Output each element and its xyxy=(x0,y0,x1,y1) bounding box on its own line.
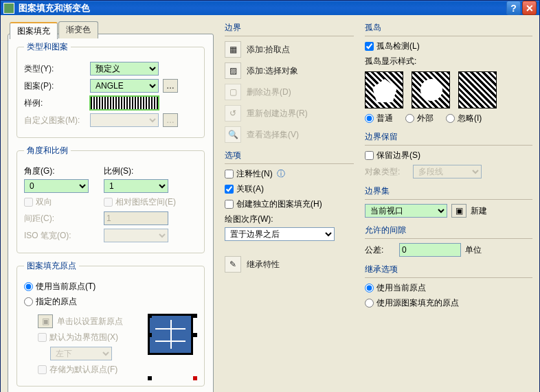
add-selectobjects-button[interactable]: ▨添加:选择对象 xyxy=(225,62,354,79)
origin-pos-select: 左下 xyxy=(50,347,112,360)
bset-new-label: 新建 xyxy=(471,205,487,217)
gap-input xyxy=(104,211,168,225)
tolerance-unit: 单位 xyxy=(465,244,482,256)
inherit-props-button[interactable]: ✎继承特性 xyxy=(225,256,354,273)
swatch-preview[interactable] xyxy=(90,96,159,110)
window-title: 图案填充和渐变色 xyxy=(19,2,505,14)
default-extent-check: 默认为边界范围(X) xyxy=(38,332,118,343)
pick-origin-label: 单击以设置新原点 xyxy=(57,316,123,327)
custom-browse-button: … xyxy=(163,113,178,127)
island-thumb-outer[interactable] xyxy=(412,71,450,108)
type-label: 类型(Y): xyxy=(24,63,86,75)
pickpoints-icon: ▦ xyxy=(225,41,241,58)
gap-label: 间距(C): xyxy=(24,213,100,224)
tab-gradient[interactable]: 渐变色 xyxy=(58,21,98,38)
double-check: 双向 xyxy=(24,196,100,208)
iso-label: ISO 笔宽(O): xyxy=(24,230,100,242)
custom-select xyxy=(90,113,159,127)
origin-specified-radio[interactable]: 指定的原点 xyxy=(24,296,77,308)
islands-heading: 孤岛 xyxy=(365,21,532,36)
inherit-current-radio[interactable]: 使用当前原点 xyxy=(365,282,426,294)
annotative-check[interactable]: 注释性(N) xyxy=(225,168,273,180)
gap-heading: 允许的间隙 xyxy=(365,223,532,239)
view-selection-button: 🔍查看选择集(V) xyxy=(225,126,354,143)
island-thumb-ignore[interactable] xyxy=(458,71,497,108)
legend-origin: 图案填充原点 xyxy=(24,260,79,272)
island-outer-radio[interactable]: 外部 xyxy=(405,113,434,124)
island-style-label: 孤岛显示样式: xyxy=(365,56,532,67)
legend-anglescale: 角度和比例 xyxy=(24,145,71,157)
paperspace-check: 相对图纸空间(E) xyxy=(104,196,176,208)
island-thumb-normal[interactable] xyxy=(365,71,403,108)
draworder-label: 绘图次序(W): xyxy=(225,214,354,225)
bset-select[interactable]: 当前视口 xyxy=(365,204,447,218)
inherit-icon: ✎ xyxy=(225,256,241,273)
pattern-select[interactable]: ANGLE xyxy=(90,79,159,93)
tolerance-input[interactable] xyxy=(399,243,461,257)
swatch-label: 样例: xyxy=(24,97,86,109)
app-icon xyxy=(3,3,14,14)
titlebar: 图案填充和渐变色 ? ✕ xyxy=(1,1,539,15)
island-normal-radio[interactable]: 普通 xyxy=(365,113,393,124)
pattern-label: 图案(P): xyxy=(24,80,86,92)
tab-panel: 图案填充 渐变色 类型和图案 类型(Y): 预定义 图案(P): xyxy=(8,34,214,392)
remove-icon: ▢ xyxy=(225,84,241,100)
island-detect-check[interactable]: 孤岛检测(L) xyxy=(365,41,420,52)
draworder-select[interactable]: 置于边界之后 xyxy=(225,227,335,241)
selectobjects-icon: ▨ xyxy=(225,62,241,79)
objtype-select: 多段线 xyxy=(413,165,482,178)
recreate-icon: ↺ xyxy=(225,105,241,122)
island-ignore-radio[interactable]: 忽略(I) xyxy=(446,113,482,124)
bretain-heading: 边界保留 xyxy=(365,130,532,146)
help-button[interactable]: ? xyxy=(506,1,521,15)
info-icon[interactable]: ⓘ xyxy=(277,168,285,180)
angle-label: 角度(G): xyxy=(24,165,100,177)
inheritopt-heading: 继承选项 xyxy=(365,262,532,278)
bset-heading: 边界集 xyxy=(365,184,532,200)
pattern-browse-button[interactable]: … xyxy=(163,79,178,93)
scale-select[interactable]: 1 xyxy=(104,179,168,193)
iso-select xyxy=(104,229,168,242)
objtype-label: 对象类型: xyxy=(365,166,409,178)
tab-hatch[interactable]: 图案填充 xyxy=(10,22,58,39)
separate-check[interactable]: 创建独立的图案填充(H) xyxy=(225,198,322,210)
close-button[interactable]: ✕ xyxy=(522,1,537,15)
scale-label: 比例(S): xyxy=(104,165,168,177)
inherit-source-radio[interactable]: 使用源图案填充的原点 xyxy=(365,297,459,309)
angle-select[interactable]: 0 xyxy=(24,179,89,193)
retain-boundary-check[interactable]: 保留边界(S) xyxy=(365,150,420,161)
origin-current-radio[interactable]: 使用当前原点(T) xyxy=(24,281,95,292)
pick-origin-button: ▣ xyxy=(38,314,53,328)
group-type-pattern: 类型和图案 类型(Y): 预定义 图案(P): ANGLE … xyxy=(16,41,205,138)
associative-check[interactable]: 关联(A) xyxy=(225,183,264,195)
origin-preview xyxy=(148,314,193,355)
add-pickpoints-button[interactable]: ▦添加:拾取点 xyxy=(225,41,354,58)
bset-new-icon-button[interactable]: ▣ xyxy=(451,204,466,218)
group-angle-scale: 角度和比例 角度(G): 0 比例(S): 1 xyxy=(16,145,205,253)
remove-boundary-button: ▢删除边界(D) xyxy=(225,84,354,100)
tolerance-label: 公差: xyxy=(365,244,395,256)
group-origin: 图案填充原点 使用当前原点(T) 指定的原点 ▣单击以设置新原点 默认为边界范围… xyxy=(16,260,205,387)
custom-label: 自定义图案(M): xyxy=(24,115,86,126)
type-select[interactable]: 预定义 xyxy=(90,62,159,76)
store-origin-check: 存储为默认原点(F) xyxy=(38,364,117,376)
view-icon: 🔍 xyxy=(225,126,241,143)
legend-type: 类型和图案 xyxy=(24,41,71,53)
options-heading: 选项 xyxy=(225,148,354,164)
boundary-heading: 边界 xyxy=(225,21,354,36)
recreate-boundary-button: ↺重新创建边界(R) xyxy=(225,105,354,122)
